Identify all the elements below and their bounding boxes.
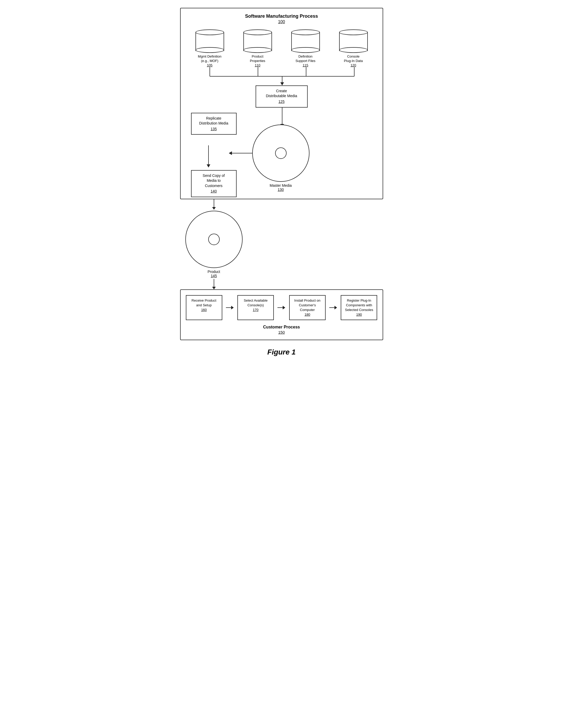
- db-definition-num: 115: [303, 63, 308, 67]
- receive-product-num: 160: [201, 308, 207, 312]
- customer-steps-row: Receive Productand Setup 160 Select Avai…: [186, 295, 377, 320]
- h-line-3: [329, 307, 334, 308]
- product-disc-label: Product 145: [208, 270, 220, 278]
- arrowhead-3: [334, 306, 337, 309]
- master-media-num: 130: [278, 188, 284, 192]
- send-num: 140: [195, 189, 233, 194]
- db-mgmt-label: Mgmt Definition(e.g., MOF): [198, 54, 221, 63]
- db-product-label: ProductProperties: [250, 54, 265, 63]
- send-container: Send Copy ofMedia toCustomers 140: [191, 170, 237, 197]
- master-media-hole: [275, 147, 286, 159]
- master-media-container: Master Media 130: [252, 125, 309, 192]
- product-disc: [185, 211, 243, 268]
- replicate-distribution-box: ReplicateDistribution Media 135: [191, 113, 237, 135]
- svg-marker-12: [207, 164, 210, 167]
- select-console-label: Select AvailableConsole(s): [244, 298, 268, 307]
- create-box-container: CreateDistributable Media 125: [186, 85, 377, 108]
- db-mgmt-definition: Mgmt Definition(e.g., MOF) 105: [189, 29, 231, 67]
- db-mgmt-num: 105: [207, 63, 213, 67]
- db-console-num: 120: [350, 63, 356, 67]
- db-console-plugin: ConsolePlug-In Data 120: [333, 29, 374, 67]
- manufacturing-box: Software Manufacturing Process 100 Mgmt …: [180, 8, 383, 199]
- install-product-label: Install Product onCustomer'sComputer: [294, 298, 320, 312]
- customer-process-box: Receive Productand Setup 160 Select Avai…: [180, 289, 383, 340]
- cylinder-definition: [291, 29, 320, 53]
- arrow-180-190: [328, 295, 338, 320]
- main-title: Software Manufacturing Process: [186, 14, 377, 19]
- product-hole: [208, 234, 220, 245]
- db-definition-support: DefinitionSupport Files 115: [285, 29, 326, 67]
- main-title-num: 100: [186, 20, 377, 24]
- arrow-170-180: [277, 295, 286, 320]
- arrowhead-to-customer: [212, 287, 216, 289]
- receive-product-label: Receive Productand Setup: [192, 298, 216, 307]
- replicate-num: 135: [195, 127, 233, 132]
- line-product-customer: [214, 279, 214, 287]
- database-row: Mgmt Definition(e.g., MOF) 105 ProductPr…: [186, 29, 377, 67]
- register-plugin-num: 190: [356, 313, 362, 316]
- install-product-box: Install Product onCustomer'sComputer 180: [289, 295, 325, 320]
- arrow-product-to-customer: [212, 279, 216, 289]
- arrow-160-170: [225, 295, 235, 320]
- page-container: Software Manufacturing Process 100 Mgmt …: [180, 8, 383, 356]
- product-num: 145: [211, 274, 217, 278]
- replicate-label: ReplicateDistribution Media: [199, 116, 228, 126]
- select-console-num: 170: [253, 308, 259, 312]
- arrow-line-to-product: [214, 199, 214, 207]
- mid-section: ReplicateDistribution Media 135 Send Cop…: [186, 108, 377, 191]
- customer-process-num: 150: [186, 330, 377, 334]
- h-line-1: [226, 307, 231, 308]
- send-copy-box: Send Copy ofMedia toCustomers 140: [191, 170, 237, 197]
- h-line-2: [278, 307, 283, 308]
- arrowhead-2: [283, 306, 285, 309]
- customer-process-title: Customer Process: [186, 325, 377, 329]
- svg-marker-6: [280, 82, 284, 85]
- db-console-label: ConsolePlug-In Data: [344, 54, 362, 63]
- svg-marker-10: [229, 151, 232, 155]
- cylinder-product: [244, 29, 272, 53]
- create-distributable-label: CreateDistributable Media: [266, 89, 297, 98]
- top-connectors-svg: [186, 67, 377, 85]
- db-product-num: 110: [255, 63, 261, 67]
- register-plugin-label: Register Plug-InComponents withSelected …: [345, 298, 373, 312]
- master-media-label: Master Media 130: [270, 183, 292, 192]
- arrowhead-to-product: [212, 207, 216, 210]
- send-label: Send Copy ofMedia toCustomers: [203, 173, 225, 188]
- create-distributable-box: CreateDistributable Media 125: [256, 85, 308, 108]
- product-section: Product 145: [180, 199, 383, 289]
- install-product-num: 180: [304, 313, 310, 316]
- cylinder-console: [339, 29, 368, 53]
- register-plugin-box: Register Plug-InComponents withSelected …: [341, 295, 377, 320]
- figure-label: Figure 1: [180, 348, 383, 356]
- cylinder-mgmt: [196, 29, 224, 53]
- select-console-box: Select AvailableConsole(s) 170: [238, 295, 274, 320]
- db-product-properties: ProductProperties 110: [237, 29, 279, 67]
- product-disc-container: Product 145: [185, 199, 243, 289]
- create-distributable-num: 125: [260, 99, 303, 104]
- master-media-disc: [252, 125, 309, 182]
- replicate-container: ReplicateDistribution Media 135: [191, 113, 237, 135]
- db-definition-label: DefinitionSupport Files: [295, 54, 315, 63]
- arrowhead-1: [231, 306, 234, 309]
- receive-product-box: Receive Productand Setup 160: [186, 295, 222, 320]
